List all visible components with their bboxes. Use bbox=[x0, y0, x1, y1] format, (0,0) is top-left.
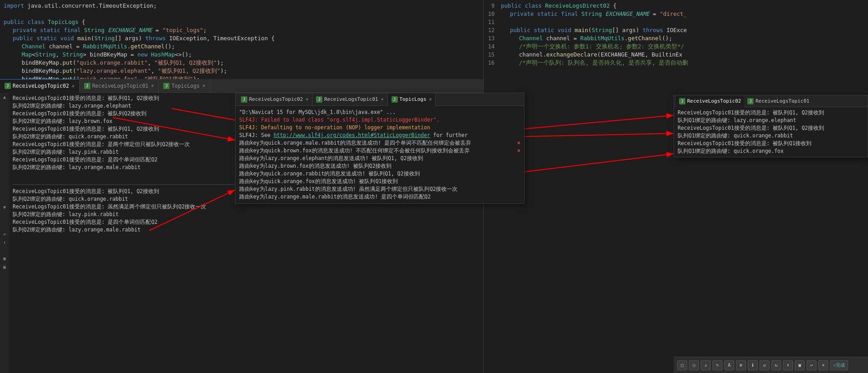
console-line: ReceiveLogsTopic01接受的消息是: 被队列Q1接收到 bbox=[678, 140, 864, 147]
code-line bbox=[4, 10, 483, 18]
tab-label: ReceiveLogsTopic01 bbox=[92, 83, 149, 89]
tab-label: ReceiveLogsTopic02 bbox=[13, 83, 69, 89]
tab-receive-logs-topic02[interactable]: J ReceiveLogsTopic02 × bbox=[0, 79, 80, 93]
right-code-area: 9 10 11 12 13 14 15 16 public class Rece… bbox=[484, 0, 868, 79]
console-line: 路由key为lazy.pink.rabbit的消息发送成功! 虽然满足两个绑定但… bbox=[239, 185, 520, 193]
popup-tab-label: ReceiveLogsTopic02 bbox=[249, 96, 303, 102]
close-icon[interactable]: × bbox=[517, 139, 520, 147]
code-line: bindBKeyMap.put("lazy.orange.elephant", … bbox=[4, 67, 483, 75]
toolbar-download-btn[interactable]: ⬇ bbox=[783, 360, 793, 370]
main-container: import java.util.concurrent.TimeoutExcep… bbox=[0, 0, 868, 373]
right-floating-panel: J ReceiveLogsTopic02 J ReceiveLogsTopic0… bbox=[674, 95, 868, 157]
console-line: 队列Q1绑定的路由键: quick.orange.rabbit bbox=[678, 132, 864, 140]
right-floating-content: ReceiveLogsTopic01接受的消息是: 被队列Q1, Q2接收到 队… bbox=[674, 107, 868, 157]
popup-tab-topic-logs[interactable]: J TopicLogs × bbox=[388, 93, 436, 106]
scroll-down-btn[interactable]: ▼ bbox=[1, 205, 8, 210]
left-code-area: import java.util.concurrent.TimeoutExcep… bbox=[0, 0, 483, 79]
file-icon: J bbox=[747, 98, 754, 104]
code-line: /*声明一个队列: 队列名, 是否持久化, 是否共享, 是否自动删 bbox=[501, 59, 864, 67]
file-icon: J bbox=[5, 83, 11, 89]
console-line: 队列Q2绑定的路由键: lazy.orange.male.rabbit bbox=[13, 226, 480, 234]
file-icon: J bbox=[392, 96, 398, 103]
right-floating-tab-bar: J ReceiveLogsTopic02 J ReceiveLogsTopic0… bbox=[674, 95, 868, 107]
tab-close-icon[interactable]: × bbox=[72, 84, 75, 89]
console-line: ReceiveLogsTopic01接受的消息是: 虽然满足两个绑定但只被队列Q… bbox=[13, 203, 480, 211]
toolbar-square-btn[interactable]: □ bbox=[677, 360, 687, 370]
popup-tab-bar: J ReceiveLogsTopic02 × J ReceiveLogsTopi… bbox=[236, 93, 524, 106]
code-line: Channel channel = RabbitMqUtils.getChann… bbox=[501, 34, 864, 42]
code-line: public static void main(String[] args) t… bbox=[501, 26, 864, 34]
left-tab-bar: J ReceiveLogsTopic02 × J ReceiveLogsTopi… bbox=[0, 79, 483, 93]
sidebar-icon-3[interactable]: ▣ bbox=[1, 256, 8, 261]
file-icon: J bbox=[679, 98, 685, 104]
code-line: private static final String EXCHANGE_NAM… bbox=[4, 26, 483, 34]
sidebar-icon-4[interactable]: ▣ bbox=[1, 264, 8, 269]
console-line: ReceiveLogsTopic01接受的消息是: 被队列Q1, Q2接收到 bbox=[678, 109, 864, 117]
popup-tab-label: ReceiveLogsTopic01 bbox=[324, 96, 378, 102]
scroll-buttons: ▲ ▼ ⇌ ⬇ ▣ ▣ bbox=[0, 93, 9, 373]
floating-tab-01[interactable]: J ReceiveLogsTopic01 bbox=[744, 95, 812, 107]
toolbar-save-btn[interactable]: ▣ bbox=[795, 360, 805, 370]
right-panel: 9 10 11 12 13 14 15 16 public class Rece… bbox=[484, 0, 868, 373]
code-line: private static final String EXCHANGE_NAM… bbox=[501, 10, 864, 18]
tab-close-icon[interactable]: × bbox=[306, 97, 308, 102]
toolbar-done-btn[interactable]: ✓完成 bbox=[830, 360, 848, 370]
floating-tab-02[interactable]: J ReceiveLogsTopic02 bbox=[676, 95, 744, 107]
toolbar-info-btn[interactable]: ℹ bbox=[748, 360, 758, 370]
tab-label: TopicLogs bbox=[171, 83, 199, 89]
toolbar-close-btn[interactable]: × bbox=[818, 360, 828, 370]
console-line-warning: SLF4J: Defaulting to no-operation (NOP) … bbox=[239, 124, 520, 132]
code-line bbox=[501, 18, 864, 26]
code-line: public class ReceiveLogsDirect02 { bbox=[501, 2, 864, 10]
file-icon: J bbox=[316, 96, 322, 103]
sidebar-icon-1[interactable]: ⇌ bbox=[1, 231, 8, 236]
console-line: 路由key为lazy.orange.elephant的消息发送成功! 被队列Q1… bbox=[239, 155, 520, 162]
tab-close-icon[interactable]: × bbox=[429, 97, 432, 102]
code-line: Channel channel = RabbitMqUtils.getChann… bbox=[4, 42, 483, 51]
console-line: 路由key为quick.orange.rabbit的消息发送成功! 被队列Q1,… bbox=[239, 170, 520, 178]
console-line: 路由key为lazy.orange.male.rabbit的消息发送成功! 是四… bbox=[239, 193, 520, 201]
toolbar-pin-btn[interactable]: ↩ bbox=[807, 360, 816, 370]
toolbar-text-btn[interactable]: A bbox=[724, 360, 734, 370]
console-line: ReceiveLogsTopic01接受的消息是: 被队列Q1, Q2接收到 bbox=[678, 124, 864, 132]
code-line: /*声明一个交换机: 参数1: 交换机名; 参数2: 交换机类型*/ bbox=[501, 42, 864, 51]
sidebar-icon-2[interactable]: ⬇ bbox=[1, 240, 8, 245]
code-line: public class TopicLogs { bbox=[4, 18, 483, 26]
tab-close-icon[interactable]: × bbox=[203, 83, 205, 88]
toolbar-arrow-btn[interactable]: ↗ bbox=[701, 360, 711, 370]
console-line-link: SLF4J: See http://www.slf4j.org/codes.ht… bbox=[239, 132, 520, 139]
scroll-up-btn[interactable]: ▲ bbox=[1, 94, 8, 99]
tab-topic-logs[interactable]: J TopicLogs × bbox=[159, 79, 210, 93]
console-line: ReceiveLogsTopic01接受的消息是: 是四个单词但匹配Q2 bbox=[13, 218, 480, 226]
popup-tab-topic02[interactable]: J ReceiveLogsTopic02 × bbox=[237, 93, 312, 106]
toolbar-undo-btn[interactable]: ↺ bbox=[760, 360, 769, 370]
console-line: "D:\Navicat 15 for MySQL\jdk_1.8\bin\jav… bbox=[239, 109, 520, 116]
tab-receive-logs-topic01[interactable]: J ReceiveLogsTopic01 × bbox=[80, 79, 159, 93]
code-line: bindBKeyMap.put("quick.orange.rabbit", "… bbox=[4, 59, 483, 67]
file-icon: J bbox=[84, 83, 90, 89]
code-line: Map<String, String> bindBKeyMap = new Ha… bbox=[4, 51, 483, 59]
console-line: 队列Q2绑定的路由键: lazy.pink.rabbit bbox=[13, 211, 480, 218]
console-line: 队列Q1绑定的路由键: lazy.orange.elephant bbox=[678, 117, 864, 124]
tab-close-icon[interactable]: × bbox=[381, 97, 383, 102]
tab-close-icon[interactable]: × bbox=[151, 83, 154, 88]
right-code-content: public class ReceiveLogsDirect02 { priva… bbox=[497, 0, 868, 79]
code-line: channel.exchangeDeclare(EXCHANGE_NAME, B… bbox=[501, 51, 864, 59]
popup-tab-topic01[interactable]: J ReceiveLogsTopic01 × bbox=[312, 93, 387, 106]
console-line-error: SLF4J: Failed to load class "org.slf4j.i… bbox=[239, 116, 520, 124]
toolbar-redo-btn[interactable]: ↻ bbox=[771, 360, 781, 370]
tab-label: ReceiveLogsTopic01 bbox=[755, 98, 809, 104]
toolbar-add-btn[interactable]: ⊕ bbox=[736, 360, 746, 370]
console-line: 队列Q1绑定的路由键: quick.orange.fox bbox=[678, 147, 864, 155]
tab-label: ReceiveLogsTopic02 bbox=[687, 98, 741, 104]
bottom-toolbar: □ ○ ↗ ✎ A ⊕ ℹ ↺ ↻ ⬇ ▣ ↩ × ✓完成 bbox=[674, 357, 868, 373]
toolbar-pencil-btn[interactable]: ✎ bbox=[712, 360, 722, 370]
file-icon: J bbox=[163, 83, 170, 89]
file-icon: J bbox=[241, 96, 247, 103]
console-line: 路由key为quick.orange.fox的消息发送成功! 被队列Q1接收到 bbox=[239, 178, 520, 185]
popup-content: "D:\Navicat 15 for MySQL\jdk_1.8\bin\jav… bbox=[236, 106, 524, 203]
toolbar-circle-btn[interactable]: ○ bbox=[689, 360, 699, 370]
code-line: import java.util.concurrent.TimeoutExcep… bbox=[4, 2, 483, 10]
console-line: 路由key为quick.orange.male.rabbit的消息发送成功! 是… bbox=[239, 139, 520, 147]
close-icon[interactable]: × bbox=[517, 147, 520, 155]
